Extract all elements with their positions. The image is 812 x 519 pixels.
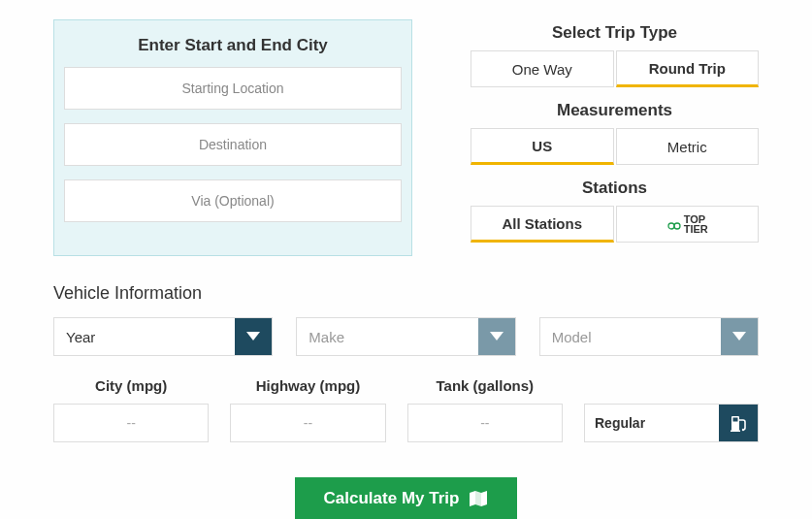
all-stations-button[interactable]: All Stations [471, 206, 614, 243]
highway-mpg-input[interactable] [230, 404, 385, 442]
year-select[interactable]: Year [53, 317, 273, 356]
destination-input[interactable] [64, 123, 402, 166]
vehicle-heading: Vehicle Information [53, 283, 759, 304]
calculate-trip-button[interactable]: Calculate My Trip [295, 477, 518, 519]
fuel-type-select[interactable]: Regular [584, 404, 759, 442]
svg-point-0 [668, 223, 674, 229]
chevron-down-icon [478, 318, 515, 355]
map-icon [469, 490, 488, 507]
svg-marker-4 [732, 332, 746, 341]
measurements-heading: Measurements [471, 101, 759, 120]
trip-type-toggle: One Way Round Trip [471, 50, 759, 87]
options-panel: Select Trip Type One Way Round Trip Meas… [471, 19, 759, 256]
top-tier-icon [666, 218, 682, 230]
location-heading: Enter Start and End City [64, 36, 402, 55]
stations-heading: Stations [471, 178, 759, 198]
one-way-button[interactable]: One Way [471, 50, 614, 87]
model-select[interactable]: Model [539, 317, 759, 356]
fuel-type-label: Regular [585, 405, 719, 441]
calculate-trip-label: Calculate My Trip [324, 489, 460, 508]
metric-button[interactable]: Metric [616, 128, 760, 165]
svg-rect-8 [731, 431, 740, 433]
city-mpg-input[interactable] [53, 404, 209, 442]
top-tier-button[interactable]: TOP TIER [616, 206, 760, 243]
round-trip-button[interactable]: Round Trip [616, 50, 760, 87]
tank-label: Tank (gallons) [407, 377, 563, 394]
chevron-down-icon [235, 318, 272, 355]
svg-point-7 [742, 429, 744, 431]
svg-point-1 [674, 223, 680, 229]
measurements-toggle: US Metric [471, 128, 759, 165]
highway-mpg-label: Highway (mpg) [230, 377, 385, 394]
svg-marker-3 [490, 332, 503, 341]
model-select-label: Model [540, 318, 721, 355]
stations-toggle: All Stations TOP TIER [471, 206, 759, 243]
top-tier-label-bottom: TIER [684, 223, 708, 235]
trip-type-heading: Select Trip Type [471, 23, 759, 43]
make-select[interactable]: Make [296, 317, 515, 356]
svg-marker-2 [246, 332, 260, 341]
tank-input[interactable] [407, 404, 563, 442]
chevron-down-icon [721, 318, 758, 355]
vehicle-section: Vehicle Information Year Make Model City… [53, 283, 759, 442]
fuel-pump-icon [719, 405, 758, 441]
us-button[interactable]: US [471, 128, 614, 165]
city-mpg-label: City (mpg) [53, 377, 209, 394]
via-input[interactable] [64, 179, 402, 222]
year-select-label: Year [54, 318, 235, 355]
make-select-label: Make [297, 318, 477, 355]
svg-rect-6 [732, 418, 737, 422]
starting-location-input[interactable] [64, 67, 402, 110]
location-panel: Enter Start and End City [53, 19, 412, 256]
